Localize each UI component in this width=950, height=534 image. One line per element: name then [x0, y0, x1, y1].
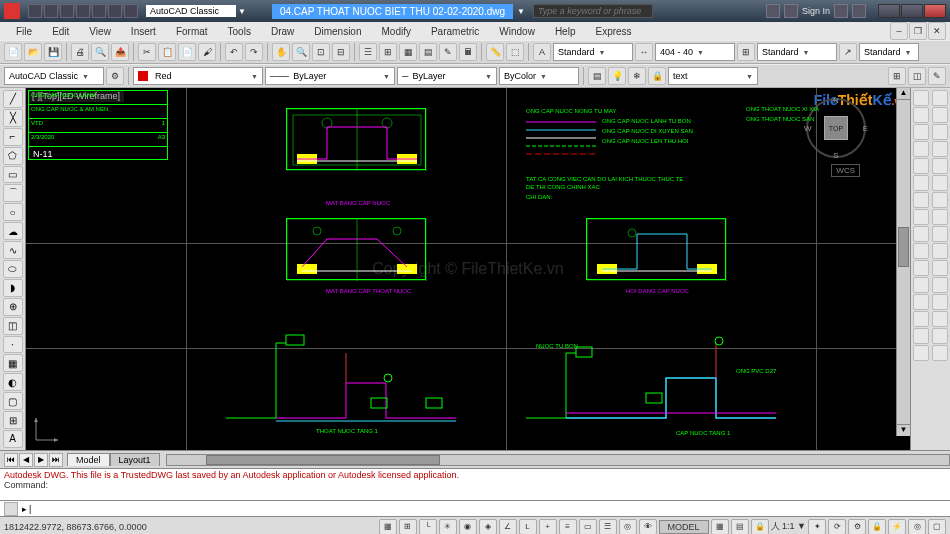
- dim-edit-tool[interactable]: [932, 328, 948, 344]
- quickview-dwg-button[interactable]: ▤: [731, 519, 749, 535]
- open-button[interactable]: 📂: [24, 43, 42, 61]
- saveas-icon[interactable]: [76, 4, 90, 18]
- child-close-button[interactable]: ✕: [928, 22, 946, 40]
- grid-toggle[interactable]: ⊞: [399, 519, 417, 535]
- close-button[interactable]: [924, 4, 946, 18]
- layer-props-button[interactable]: ▤: [588, 67, 606, 85]
- publish-button[interactable]: 📤: [111, 43, 129, 61]
- ellipse-tool[interactable]: ⬭: [3, 260, 23, 278]
- isolate-button[interactable]: ◎: [908, 519, 926, 535]
- dim-quick-tool[interactable]: [932, 209, 948, 225]
- dim-space-tool[interactable]: [932, 260, 948, 276]
- break-tool[interactable]: [913, 277, 929, 293]
- child-minimize-button[interactable]: –: [890, 22, 908, 40]
- maximize-button[interactable]: [901, 4, 923, 18]
- insert-tool[interactable]: ⊕: [3, 298, 23, 316]
- dim-style-dropdown[interactable]: 404 - 40▼: [655, 43, 735, 61]
- table-style-icon[interactable]: ⊞: [737, 43, 755, 61]
- zoom-window-button[interactable]: ⊡: [312, 43, 330, 61]
- text-style-dropdown[interactable]: Standard▼: [553, 43, 633, 61]
- quickview-layouts-button[interactable]: ▦: [711, 519, 729, 535]
- redo-button[interactable]: ↷: [245, 43, 263, 61]
- undo-icon[interactable]: [108, 4, 122, 18]
- dim-style-icon[interactable]: ↔: [635, 43, 653, 61]
- dyn-toggle[interactable]: +: [539, 519, 557, 535]
- dim-linear-tool[interactable]: [932, 90, 948, 106]
- save-button[interactable]: 💾: [44, 43, 62, 61]
- wcs-label[interactable]: WCS: [831, 164, 860, 177]
- dim-diameter-tool[interactable]: [932, 175, 948, 191]
- otrack-toggle[interactable]: ∠: [499, 519, 517, 535]
- measure-button[interactable]: 📏: [486, 43, 504, 61]
- layer-freeze-icon[interactable]: ❄: [628, 67, 646, 85]
- tolerance-tool[interactable]: [932, 294, 948, 310]
- mirror-tool[interactable]: [913, 124, 929, 140]
- dim-aligned-tool[interactable]: [932, 107, 948, 123]
- menu-draw[interactable]: Draw: [261, 24, 304, 39]
- select-button[interactable]: ⬚: [506, 43, 524, 61]
- paste-button[interactable]: 📄: [178, 43, 196, 61]
- markup-button[interactable]: ✎: [439, 43, 457, 61]
- menu-edit[interactable]: Edit: [42, 24, 79, 39]
- menu-tools[interactable]: Tools: [218, 24, 261, 39]
- minimize-button[interactable]: [878, 4, 900, 18]
- clean-screen-button[interactable]: ▢: [928, 519, 946, 535]
- fillet-tool[interactable]: [913, 328, 929, 344]
- osnap-toggle[interactable]: ◉: [459, 519, 477, 535]
- sc-toggle[interactable]: ◎: [619, 519, 637, 535]
- polygon-tool[interactable]: ⬠: [3, 147, 23, 165]
- dim-angular-tool[interactable]: [932, 192, 948, 208]
- open-icon[interactable]: [44, 4, 58, 18]
- qcalc-button[interactable]: 🖩: [459, 43, 477, 61]
- menu-format[interactable]: Format: [166, 24, 218, 39]
- command-line-icon[interactable]: [4, 502, 18, 516]
- join-tool[interactable]: [913, 294, 929, 310]
- exchange-icon[interactable]: [834, 4, 848, 18]
- text-style-icon[interactable]: A: [533, 43, 551, 61]
- region-tool[interactable]: ▢: [3, 392, 23, 410]
- zoom-button[interactable]: 🔍: [292, 43, 310, 61]
- tab-last-button[interactable]: ⏭: [49, 453, 63, 467]
- dim-continue-tool[interactable]: [932, 243, 948, 259]
- linetype-dropdown[interactable]: ───ByLayer▼: [265, 67, 395, 85]
- circle-tool[interactable]: ○: [3, 203, 23, 221]
- lwt-toggle[interactable]: ≡: [559, 519, 577, 535]
- trim-tool[interactable]: [913, 243, 929, 259]
- block-edit-button[interactable]: ✎: [928, 67, 946, 85]
- signin-user-icon[interactable]: [784, 4, 798, 18]
- table-style-dropdown[interactable]: Standard▼: [757, 43, 837, 61]
- mleader-style-dropdown[interactable]: Standard▼: [859, 43, 919, 61]
- menu-help[interactable]: Help: [545, 24, 586, 39]
- new-icon[interactable]: [28, 4, 42, 18]
- preview-button[interactable]: 🔍: [91, 43, 109, 61]
- spline-tool[interactable]: ∿: [3, 241, 23, 259]
- child-restore-button[interactable]: ❐: [909, 22, 927, 40]
- zoom-prev-button[interactable]: ⊟: [332, 43, 350, 61]
- cut-button[interactable]: ✂: [138, 43, 156, 61]
- table-tool[interactable]: ⊞: [3, 411, 23, 429]
- dim-break-tool[interactable]: [932, 277, 948, 293]
- command-input[interactable]: |: [29, 504, 31, 514]
- doc-dropdown-icon[interactable]: ▼: [517, 7, 525, 16]
- dim-update-tool[interactable]: [932, 345, 948, 361]
- center-mark-tool[interactable]: [932, 311, 948, 327]
- menu-insert[interactable]: Insert: [121, 24, 166, 39]
- line-tool[interactable]: ╱: [3, 90, 23, 108]
- layer-lock-icon[interactable]: 🔒: [648, 67, 666, 85]
- block-create-button[interactable]: ◫: [908, 67, 926, 85]
- hatch-tool[interactable]: ▦: [3, 354, 23, 372]
- extend-tool[interactable]: [913, 260, 929, 276]
- help-search-input[interactable]: [533, 4, 653, 18]
- stretch-tool[interactable]: [913, 226, 929, 242]
- undo-button[interactable]: ↶: [225, 43, 243, 61]
- offset-tool[interactable]: [913, 141, 929, 157]
- scale-tool[interactable]: [913, 209, 929, 225]
- pan-button[interactable]: ✋: [272, 43, 290, 61]
- menu-parametric[interactable]: Parametric: [421, 24, 489, 39]
- qp-toggle[interactable]: ☰: [599, 519, 617, 535]
- redo-icon[interactable]: [124, 4, 138, 18]
- layer-on-icon[interactable]: 💡: [608, 67, 626, 85]
- polar-toggle[interactable]: ✳: [439, 519, 457, 535]
- erase-tool[interactable]: [913, 90, 929, 106]
- ws-switch-button[interactable]: ⚙: [848, 519, 866, 535]
